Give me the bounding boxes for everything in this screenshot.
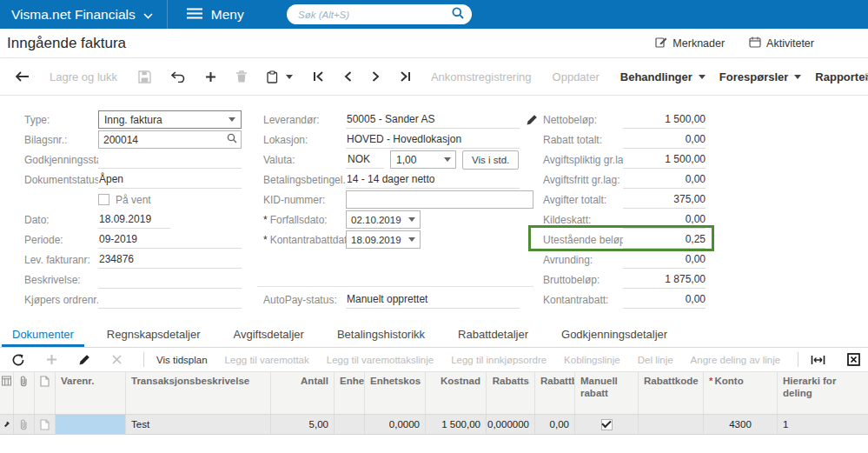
column-header-rabattkode[interactable]: Rabattkode xyxy=(639,372,704,414)
vis-i-std-button[interactable]: Vis i std. xyxy=(462,150,519,170)
cell-varenr[interactable] xyxy=(56,415,126,434)
cell-rabattkode[interactable] xyxy=(639,415,704,434)
legg-til-innkjopsordre-button[interactable]: Legg til innkjøpsordre xyxy=(451,355,547,365)
pa-vent-checkbox[interactable] xyxy=(98,194,109,205)
column-header-kostnad[interactable]: Kostnad xyxy=(426,372,487,414)
beskrivelse-input[interactable] xyxy=(98,270,242,289)
notes-button[interactable]: Merknader xyxy=(655,37,725,50)
column-header-manuell-rabatt[interactable]: Manuell rabatt xyxy=(575,372,639,414)
tab-betalingshistorikk[interactable]: Betalingshistorikk xyxy=(327,323,435,347)
add-icon[interactable] xyxy=(205,71,216,83)
row-attachment-icon[interactable] xyxy=(14,415,35,434)
manuell-rabatt-checkbox[interactable] xyxy=(601,419,613,430)
periode-value[interactable]: 09-2019 xyxy=(98,230,242,249)
export-excel-icon[interactable] xyxy=(847,353,860,366)
column-header-enhet[interactable]: Enhe xyxy=(335,372,365,414)
update-button[interactable]: Oppdater xyxy=(553,70,600,83)
column-header-konto[interactable]: *Konto xyxy=(704,372,778,414)
edit-pencil-icon[interactable] xyxy=(527,114,538,128)
save-and-close-button[interactable]: Lagre og lukk xyxy=(50,70,117,83)
fit-width-icon[interactable] xyxy=(811,355,825,365)
cell-rabattsats[interactable]: 0,000000 xyxy=(487,415,535,434)
menu-button[interactable]: Meny xyxy=(187,7,244,23)
activities-button[interactable]: Aktiviteter xyxy=(749,37,814,50)
delete-row-icon[interactable] xyxy=(112,355,122,364)
search-input[interactable] xyxy=(298,10,452,20)
arrival-registration-button[interactable]: Ankomstregistrering xyxy=(431,70,532,83)
column-header-transaksjonsbeskrivelse[interactable]: Transaksjonsbeskrivelse xyxy=(126,372,271,414)
forfallsdato-datepicker[interactable]: 02.10.2019 xyxy=(346,210,421,229)
koblingslinje-button[interactable]: Koblingslinje xyxy=(564,355,620,365)
chevron-down-icon xyxy=(408,237,415,242)
add-row-icon[interactable] xyxy=(46,354,57,365)
last-record-icon[interactable] xyxy=(400,71,411,82)
tab-dokumenter[interactable]: Dokumenter xyxy=(2,323,84,347)
grid-settings-icon[interactable] xyxy=(0,372,14,414)
menu-foresporsler[interactable]: Forespørsler xyxy=(719,70,801,83)
lookup-magnifier-icon[interactable] xyxy=(227,133,237,146)
undo-icon[interactable] xyxy=(171,71,185,83)
column-header-enhetskostnad[interactable]: Enhetskos xyxy=(365,372,426,414)
edit-row-icon[interactable] xyxy=(79,354,90,365)
kjopers-ordrenr-input[interactable] xyxy=(98,290,242,309)
first-record-icon[interactable] xyxy=(313,71,324,82)
kontantrabattdato-datepicker[interactable]: 18.09.2019 xyxy=(346,230,421,249)
currency-rate-select[interactable]: 1,00 xyxy=(390,150,456,169)
currency-value[interactable]: NOK xyxy=(346,150,384,169)
grid-data-row[interactable]: Test 5,00 0,0000 1 500,00 0,000000 0,00 … xyxy=(0,415,868,435)
topbar-divider xyxy=(167,0,168,29)
menu-behandlinger[interactable]: Behandlinger xyxy=(620,70,706,83)
legg-til-varemottak-button[interactable]: Legg til varemottak xyxy=(225,355,309,365)
column-header-antall[interactable]: Antall xyxy=(271,372,335,414)
column-header-hierarki-for-deling[interactable]: Hierarki for deling xyxy=(778,372,868,414)
cell-hierarki-for-deling[interactable]: 1 xyxy=(778,415,868,434)
app-switcher[interactable]: Visma.net Financials xyxy=(0,0,167,29)
kid-nummer-input[interactable] xyxy=(346,190,533,209)
cell-kostnad[interactable]: 1 500,00 xyxy=(426,415,487,434)
delete-icon[interactable] xyxy=(236,70,247,83)
cell-konto[interactable]: 4300 xyxy=(704,415,778,434)
avgiftsfritt-grlag-value: 0,00 xyxy=(623,170,706,189)
save-icon[interactable] xyxy=(138,70,151,83)
lokasjon-value[interactable]: HOVED - Hovedlokasjon xyxy=(346,130,520,149)
tab-godkjenningsdetaljer[interactable]: Godkjenningsdetaljer xyxy=(551,323,678,347)
column-header-rabattsats[interactable]: Rabatts xyxy=(487,372,535,414)
lev-fakturanr-value[interactable]: 234876 xyxy=(98,250,242,269)
copy-paste-icon[interactable] xyxy=(267,69,293,84)
calendar-icon xyxy=(749,37,761,50)
global-search[interactable] xyxy=(287,4,472,24)
dato-value[interactable]: 18.09.2019 xyxy=(98,210,170,229)
row-note-icon[interactable] xyxy=(35,415,56,434)
type-select[interactable]: Inng. faktura xyxy=(98,110,242,129)
vis-tidsplan-button[interactable]: Vis tidsplan xyxy=(156,355,208,365)
row-expander-icon[interactable] xyxy=(0,415,14,434)
cell-enhetskostnad[interactable]: 0,0000 xyxy=(365,415,426,434)
previous-record-icon[interactable] xyxy=(344,71,352,82)
menu-foresporsler-label: Forespørsler xyxy=(719,70,788,83)
next-record-icon[interactable] xyxy=(372,71,380,82)
cell-manuell-rabatt[interactable] xyxy=(575,415,639,434)
clipped-menu-item[interactable]: S xyxy=(864,70,868,83)
form-section-divider xyxy=(257,286,533,287)
back-icon[interactable] xyxy=(16,71,30,82)
tab-avgiftsdetaljer[interactable]: Avgiftsdetaljer xyxy=(223,323,315,347)
tab-regnskapsdetaljer[interactable]: Regnskapsdetaljer xyxy=(96,323,211,347)
rabatt-totalt-label: Rabatt totalt: xyxy=(543,134,623,146)
cell-transaksjonsbeskrivelse[interactable]: Test xyxy=(126,415,271,434)
cell-enhet[interactable] xyxy=(335,415,365,434)
search-icon[interactable] xyxy=(452,7,464,23)
betalingsbetingelser-value[interactable]: 14 - 14 dager netto xyxy=(346,170,520,189)
cell-rabattbelop[interactable]: 0,00 xyxy=(535,415,575,434)
column-header-varenr[interactable]: Varenr. xyxy=(56,372,126,414)
menu-rapporter[interactable]: Rapporter xyxy=(815,70,868,83)
bilagsnr-input[interactable]: 200014 xyxy=(98,130,242,149)
tab-rabattdetaljer[interactable]: Rabattdetaljer xyxy=(447,323,539,347)
leverandor-value[interactable]: 50005 - Sander AS xyxy=(346,110,520,129)
cell-antall[interactable]: 5,00 xyxy=(271,415,335,434)
chevron-down-icon xyxy=(408,217,415,222)
legg-til-varemottakslinje-button[interactable]: Legg til varemottakslinje xyxy=(327,355,434,365)
angre-deling-av-linje-button[interactable]: Angre deling av linje xyxy=(691,355,781,365)
column-header-rabattbelop[interactable]: Rabattb xyxy=(535,372,575,414)
del-linje-button[interactable]: Del linje xyxy=(638,355,673,365)
refresh-icon[interactable] xyxy=(12,354,24,366)
